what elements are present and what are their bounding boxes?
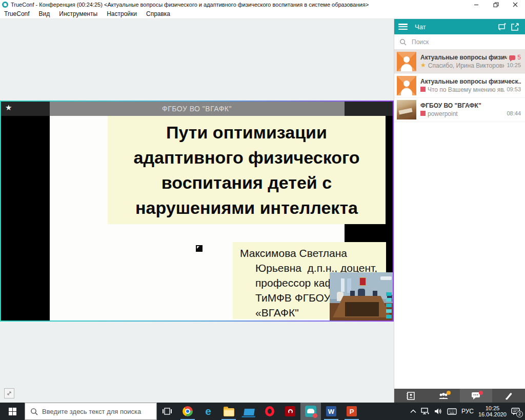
new-chat-icon xyxy=(498,23,507,30)
thumb-chair xyxy=(373,291,377,296)
menu-item-help[interactable]: Справка xyxy=(146,10,170,17)
minimize-icon xyxy=(474,2,479,7)
task-view-button[interactable] xyxy=(157,403,177,420)
network-icon xyxy=(421,408,430,415)
powerpoint-icon: P xyxy=(347,406,357,416)
chat-item-title: Актуальные вопросы физическ... xyxy=(420,54,507,61)
ui-artifact-bars xyxy=(386,292,392,318)
thumb-coat-of-arms xyxy=(359,277,366,286)
unread-count: 5 xyxy=(517,54,521,61)
close-icon xyxy=(513,2,518,7)
word-icon: W xyxy=(326,406,336,416)
menu-item-trueconf[interactable]: TrueConf xyxy=(4,10,30,17)
chat-item-time: 08:44 xyxy=(507,110,521,116)
presentation-slide: Пути оптимизации адаптивного физического… xyxy=(50,102,345,321)
menu-item-view[interactable]: Вид xyxy=(39,10,50,17)
chat-item-last-message: Что по Вашему мнению явл... xyxy=(428,86,504,93)
chat-search-placeholder: Поиск xyxy=(412,38,429,46)
taskbar-app-powerpoint[interactable]: P xyxy=(341,403,362,420)
restore-icon xyxy=(493,2,499,8)
start-button[interactable] xyxy=(0,403,25,420)
chat-tab-bar xyxy=(394,389,525,403)
chats-alert-dot xyxy=(479,391,483,395)
window-title: TrueConf - Конференция (00:24:25) <Актуа… xyxy=(11,2,369,8)
thumb-chair xyxy=(350,291,355,296)
chat-item-time: 10:25 xyxy=(507,62,521,68)
tab-chats[interactable] xyxy=(460,389,493,403)
remote-desktop-icon xyxy=(244,409,255,415)
tray-chevron-button[interactable] xyxy=(410,409,416,413)
chat-list-item[interactable]: ФГБОУ ВО "ВГАФК" powerpoint 08:44 xyxy=(394,98,525,122)
taskbar-app-acrobat[interactable] xyxy=(280,403,300,420)
menu-item-tools[interactable]: Инструменты xyxy=(59,10,97,17)
participants-alert-dot xyxy=(447,391,451,395)
taskbar-app-remote-desktop[interactable] xyxy=(239,403,259,420)
menu-item-settings[interactable]: Настройки xyxy=(107,10,137,17)
main-area: Пути оптимизации адаптивного физического… xyxy=(0,19,394,403)
popout-chat-button[interactable] xyxy=(509,21,521,32)
system-tray: РУС 10:25 16.04.2020 2 xyxy=(410,403,525,420)
chat-photo-avatar xyxy=(397,100,416,119)
thumb-air-conditioner xyxy=(380,276,392,280)
remote-pointer-artifact xyxy=(196,245,203,252)
chat-item-last-message: powerpoint xyxy=(428,110,504,117)
chat-list-item[interactable]: Актуальные вопросы физическ... Что по Ва… xyxy=(394,74,525,98)
close-button[interactable] xyxy=(506,0,525,9)
notification-count-badge: 2 xyxy=(516,411,523,417)
tray-clock[interactable]: 10:25 16.04.2020 xyxy=(478,405,507,417)
attachment-marker-icon xyxy=(420,111,426,116)
conference-avatar-icon xyxy=(397,52,416,71)
acrobat-icon xyxy=(285,406,295,416)
chat-header: Чат xyxy=(394,19,525,34)
chat-item-time: 09:53 xyxy=(507,86,521,92)
video-region[interactable]: Пути оптимизации адаптивного физического… xyxy=(0,101,394,322)
tray-volume-button[interactable] xyxy=(434,408,442,415)
address-book-icon xyxy=(406,392,415,400)
search-icon xyxy=(399,38,407,46)
taskbar-app-trueconf[interactable] xyxy=(300,403,321,420)
taskbar-search-input[interactable]: Введите здесь текст для поиска xyxy=(25,403,157,420)
tray-keyboard-button[interactable] xyxy=(447,408,457,415)
taskbar-app-explorer[interactable] xyxy=(218,403,239,420)
author-line: Максимова Светлана xyxy=(240,246,381,261)
action-center-button[interactable]: 2 xyxy=(511,408,520,415)
minimize-button[interactable] xyxy=(467,0,486,9)
menu-hamburger-icon[interactable] xyxy=(398,24,408,30)
tray-time: 10:25 xyxy=(478,405,507,411)
taskbar-app-edge[interactable]: e xyxy=(198,403,218,420)
new-chat-button[interactable] xyxy=(496,21,509,32)
slide-title-box: Пути оптимизации адаптивного физического… xyxy=(108,116,386,224)
unread-message-icon xyxy=(509,55,515,60)
diagonal-arrow-icon xyxy=(6,390,12,396)
chat-list-item[interactable]: Актуальные вопросы физическ... 5 ★ Спаси… xyxy=(394,50,525,74)
thumb-table-center xyxy=(345,302,379,316)
taskbar-app-word[interactable]: W xyxy=(321,403,341,420)
chat-search-input[interactable]: Поиск xyxy=(394,34,525,50)
search-icon xyxy=(30,408,38,415)
tab-calls[interactable] xyxy=(492,389,525,403)
phone-icon xyxy=(504,392,513,400)
edge-icon: e xyxy=(205,405,211,417)
layout-toggle-button[interactable] xyxy=(4,388,14,398)
file-explorer-icon xyxy=(224,408,234,416)
tab-address-book[interactable] xyxy=(394,389,427,403)
keyboard-icon xyxy=(447,408,457,415)
screen-share-view: Пути оптимизации адаптивного физического… xyxy=(1,102,393,321)
opera-icon xyxy=(265,406,274,416)
tray-language-indicator[interactable]: РУС xyxy=(461,408,474,415)
favorite-star-icon[interactable]: ★ xyxy=(5,103,12,112)
windows-logo-icon xyxy=(9,408,16,415)
slide-title: Пути оптимизации адаптивного физического… xyxy=(133,120,359,221)
trueconf-icon xyxy=(305,406,316,417)
camera-thumbnail[interactable] xyxy=(330,272,393,321)
taskbar-app-chrome[interactable] xyxy=(177,403,198,420)
attachment-marker-icon xyxy=(420,87,426,92)
restore-button[interactable] xyxy=(486,0,506,9)
trueconf-logo-icon xyxy=(2,2,8,8)
taskbar-app-opera[interactable] xyxy=(259,403,280,420)
video-caption: ФГБОУ ВО "ВГАФК" xyxy=(1,105,393,113)
tab-conference-participants[interactable] xyxy=(427,389,460,403)
chat-list: Актуальные вопросы физическ... 5 ★ Спаси… xyxy=(394,50,525,389)
tray-network-button[interactable] xyxy=(421,408,430,415)
window-titlebar: TrueConf - Конференция (00:24:25) <Актуа… xyxy=(0,0,525,9)
